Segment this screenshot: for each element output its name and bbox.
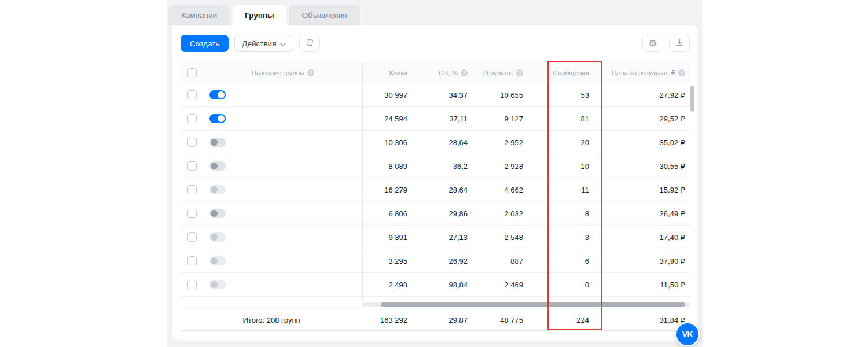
- row-checkbox[interactable]: [187, 185, 197, 194]
- select-all-checkbox[interactable]: [187, 68, 197, 77]
- create-button[interactable]: Создать: [181, 35, 229, 52]
- cr-cell: 28,64: [412, 186, 472, 194]
- totals-messages: 224: [528, 316, 594, 324]
- messages-cell: 0: [528, 280, 594, 289]
- row-toggle[interactable]: [209, 161, 226, 171]
- cost-cell: 17,40 ₽: [594, 233, 690, 242]
- table-row: 6 806 29,86 2 032 8 26,49 ₽: [181, 202, 690, 226]
- row-toggle[interactable]: [209, 138, 226, 147]
- row-toggle[interactable]: [209, 185, 226, 194]
- messages-cell: 8: [528, 209, 594, 218]
- messages-cell: 10: [528, 162, 594, 171]
- download-button[interactable]: [669, 35, 690, 52]
- clicks-cell: 6 806: [362, 209, 412, 218]
- tab-ads[interactable]: Объявления: [290, 5, 359, 25]
- column-header-cr: CR, %: [412, 69, 472, 76]
- help-icon: [678, 69, 685, 76]
- messages-cell: 11: [528, 186, 594, 194]
- clicks-cell: 24 594: [362, 115, 412, 123]
- table-header-row: Название группы Клики CR, % Результат Со…: [181, 62, 690, 83]
- row-checkbox[interactable]: [187, 90, 197, 99]
- totals-cr: 29,87: [412, 316, 472, 324]
- column-header-name: Название группы: [204, 69, 362, 76]
- toggle-knob: [211, 139, 218, 146]
- result-cell: 2 548: [472, 233, 528, 242]
- row-checkbox[interactable]: [187, 209, 197, 218]
- row-checkbox[interactable]: [187, 256, 197, 265]
- content-card: Создать Действия ⚙: [172, 25, 698, 341]
- result-cell: 10 655: [472, 91, 528, 99]
- messages-cell: 81: [528, 115, 594, 123]
- tab-groups[interactable]: Группы: [233, 5, 286, 25]
- horizontal-scrollbar[interactable]: [362, 302, 690, 307]
- totals-row: Итого: 208 групп 163 292 29,87 48 775 22…: [181, 309, 690, 331]
- groups-table: Название группы Клики CR, % Результат Со…: [181, 62, 690, 331]
- vertical-scrollbar[interactable]: [690, 86, 694, 112]
- totals-cost: 31,84 ₽: [594, 316, 690, 324]
- result-cell: 2 032: [472, 209, 528, 218]
- row-toggle[interactable]: [209, 280, 226, 289]
- messages-cell: 6: [528, 257, 594, 265]
- column-header-result: Результат: [472, 69, 528, 76]
- table-row: 24 594 37,11 9 127 81 29,52 ₽: [181, 107, 690, 131]
- row-checkbox[interactable]: [187, 161, 197, 171]
- messages-cell: 20: [528, 138, 594, 147]
- clicks-cell: 9 391: [362, 233, 412, 242]
- help-icon: [516, 69, 523, 76]
- gear-icon: ⚙: [648, 39, 657, 49]
- settings-button[interactable]: ⚙: [642, 35, 663, 52]
- cost-cell: 35,02 ₽: [594, 138, 690, 147]
- column-header-clicks: Клики: [362, 69, 412, 76]
- row-checkbox[interactable]: [187, 232, 197, 242]
- table-row: 2 498 98,84 2 469 0 11,50 ₽: [181, 273, 690, 297]
- toolbar: Создать Действия ⚙: [181, 35, 690, 52]
- table-row: 30 997 34,37 10 655 53 27,92 ₽: [181, 83, 690, 107]
- cost-cell: 15,92 ₽: [594, 186, 690, 194]
- messages-cell: 3: [528, 233, 594, 242]
- vk-widget-button[interactable]: VK: [675, 322, 700, 346]
- row-toggle[interactable]: [209, 114, 226, 123]
- result-cell: 2 469: [472, 280, 528, 289]
- cr-cell: 37,11: [412, 115, 472, 123]
- clicks-cell: 2 498: [362, 280, 412, 289]
- cr-cell: 36,2: [412, 162, 472, 171]
- download-icon: [675, 38, 684, 49]
- totals-result: 48 775: [472, 316, 528, 324]
- clicks-cell: 3 295: [362, 257, 412, 265]
- table-row: 3 295 26,92 887 6 37,90 ₽: [181, 249, 690, 273]
- cr-cell: 29,86: [412, 209, 472, 218]
- row-toggle[interactable]: [209, 90, 226, 99]
- cr-cell: 28,64: [412, 138, 472, 147]
- tab-bar: Кампании Группы Объявления: [169, 5, 359, 25]
- refresh-icon: [306, 38, 314, 49]
- toggle-knob: [211, 281, 218, 288]
- toggle-knob: [211, 210, 218, 217]
- result-cell: 9 127: [472, 115, 528, 123]
- help-icon: [461, 69, 468, 76]
- row-toggle[interactable]: [209, 209, 226, 218]
- result-cell: 4 662: [472, 186, 528, 194]
- tab-campaigns[interactable]: Кампании: [169, 5, 229, 25]
- column-header-cr-label: CR, %: [439, 69, 458, 76]
- column-header-cost-label: Цена за результат, ₽: [612, 69, 675, 77]
- row-checkbox[interactable]: [187, 138, 197, 147]
- cost-cell: 29,52 ₽: [594, 115, 690, 123]
- table-row: 8 089 36,2 2 928 10 30,55 ₽: [181, 154, 690, 178]
- row-toggle[interactable]: [209, 232, 226, 242]
- table-row: 16 279 28,64 4 662 11 15,92 ₽: [181, 178, 690, 202]
- toggle-knob: [211, 186, 218, 193]
- row-checkbox[interactable]: [187, 114, 197, 123]
- refresh-button[interactable]: [299, 35, 320, 52]
- screenshot-stage: Кампании Группы Объявления Создать Дейст…: [0, 0, 868, 347]
- result-cell: 2 952: [472, 138, 528, 147]
- horizontal-scrollbar-thumb[interactable]: [381, 302, 685, 307]
- cr-cell: 34,37: [412, 91, 472, 99]
- clicks-cell: 30 997: [362, 91, 412, 99]
- totals-clicks: 163 292: [362, 316, 412, 324]
- actions-button[interactable]: Действия: [234, 35, 293, 52]
- toggle-knob: [211, 234, 218, 241]
- cr-cell: 98,84: [412, 280, 472, 289]
- row-toggle[interactable]: [209, 256, 226, 265]
- row-checkbox[interactable]: [187, 280, 197, 289]
- cost-cell: 27,92 ₽: [594, 91, 690, 99]
